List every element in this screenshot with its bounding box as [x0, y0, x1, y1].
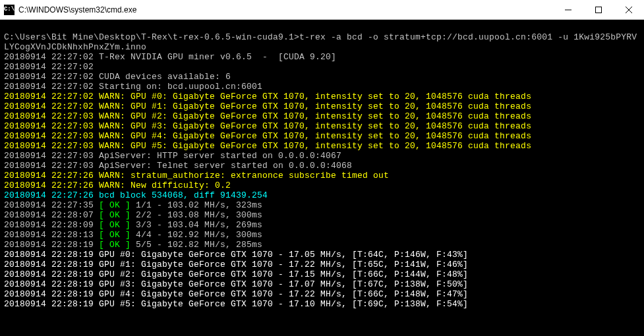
- command-line: C:\Users\Bit Mine\Desktop\T-Rex\t-rex-0.…: [4, 32, 640, 52]
- ok-badge: [ OK ]: [99, 240, 131, 250]
- maximize-icon: [595, 7, 602, 13]
- cmd-icon: C:\: [4, 5, 15, 15]
- svg-rect-1: [596, 7, 602, 13]
- close-button[interactable]: [614, 0, 644, 20]
- gpu-stat-line: 20180914 22:28:19 GPU #2: Gigabyte GeFor…: [4, 269, 640, 279]
- ok-badge: [ OK ]: [99, 220, 131, 230]
- stratum-warn-line: 20180914 22:27:26 WARN: stratum_authoriz…: [4, 171, 640, 181]
- ok-badge: [ OK ]: [99, 210, 131, 220]
- close-icon: [626, 7, 632, 13]
- stratum-warn-line: 20180914 22:27:26 WARN: New difficulty: …: [4, 181, 640, 190]
- share-ok-line: 20180914 22:28:13 [ OK ] 4/4 - 102.92 MH…: [4, 230, 640, 240]
- share-ok-line: 20180914 22:27:35 [ OK ] 1/1 - 103.02 MH…: [4, 200, 640, 210]
- share-ok-line: 20180914 22:28:09 [ OK ] 3/3 - 103.04 MH…: [4, 220, 640, 230]
- api-line: 20180914 22:27:03 ApiServer: HTTP server…: [4, 151, 640, 161]
- share-ok-line: 20180914 22:28:07 [ OK ] 2/2 - 103.08 MH…: [4, 210, 640, 220]
- ok-badge: [ OK ]: [99, 200, 131, 210]
- window-titlebar: C:\ C:\WINDOWS\system32\cmd.exe: [0, 0, 644, 20]
- window-title: C:\WINDOWS\system32\cmd.exe: [18, 5, 136, 14]
- api-line: 20180914 22:27:03 ApiServer: Telnet serv…: [4, 161, 640, 171]
- share-ok-line: 20180914 22:28:19 [ OK ] 5/5 - 102.82 MH…: [4, 240, 640, 250]
- gpu-stat-line: 20180914 22:28:19 GPU #0: Gigabyte GeFor…: [4, 250, 640, 260]
- gpu-warn-line: 20180914 22:27:03 WARN: GPU #3: Gigabyte…: [4, 121, 640, 131]
- info-line: 20180914 22:27:02 CUDA devices available…: [4, 72, 640, 82]
- maximize-button[interactable]: [583, 0, 614, 20]
- gpu-warn-line: 20180914 22:27:02 WARN: GPU #0: Gigabyte…: [4, 92, 640, 101]
- gpu-warn-line: 20180914 22:27:02 WARN: GPU #1: Gigabyte…: [4, 101, 640, 111]
- block-line: 20180914 22:27:26 bcd block 534068, diff…: [4, 190, 640, 200]
- gpu-warn-line: 20180914 22:27:03 WARN: GPU #5: Gigabyte…: [4, 141, 640, 151]
- info-line: 20180914 22:27:02: [4, 62, 640, 72]
- info-line: 20180914 22:27:02 T-Rex NVIDIA GPU miner…: [4, 52, 640, 62]
- info-line: 20180914 22:27:02 Starting on: bcd.uupoo…: [4, 82, 640, 92]
- minimize-button[interactable]: [553, 0, 583, 20]
- titlebar-left: C:\ C:\WINDOWS\system32\cmd.exe: [0, 5, 136, 15]
- gpu-warn-line: 20180914 22:27:03 WARN: GPU #4: Gigabyte…: [4, 131, 640, 141]
- cmd-icon-label: C:\: [4, 7, 15, 13]
- gpu-stat-line: 20180914 22:28:19 GPU #4: Gigabyte GeFor…: [4, 289, 640, 299]
- gpu-stat-line: 20180914 22:28:19 GPU #3: Gigabyte GeFor…: [4, 279, 640, 289]
- minimize-icon: [565, 7, 571, 13]
- blank-line: [4, 22, 640, 32]
- ok-badge: [ OK ]: [99, 230, 131, 240]
- console-output[interactable]: C:\Users\Bit Mine\Desktop\T-Rex\t-rex-0.…: [0, 20, 644, 336]
- window-controls: [553, 0, 644, 20]
- gpu-warn-line: 20180914 22:27:03 WARN: GPU #2: Gigabyte…: [4, 111, 640, 121]
- gpu-stat-line: 20180914 22:28:19 GPU #1: Gigabyte GeFor…: [4, 260, 640, 269]
- gpu-stat-line: 20180914 22:28:19 GPU #5: Gigabyte GeFor…: [4, 299, 640, 309]
